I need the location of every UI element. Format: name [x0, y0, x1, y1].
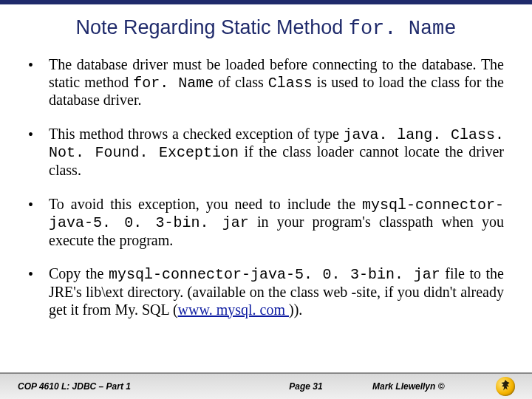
plain-text: Copy the — [49, 265, 109, 282]
link-text: www. mysql. com — [178, 301, 289, 318]
bullet-text: The database driver must be loaded befor… — [49, 56, 504, 109]
bullet-item: •Copy the mysql-connector-java-5. 0. 3-b… — [28, 265, 504, 318]
footer-logo-wrap — [479, 377, 532, 396]
bullet-text: Copy the mysql-connector-java-5. 0. 3-bi… — [49, 265, 504, 318]
bullet-marker: • — [28, 196, 49, 250]
bullet-list: •The database driver must be loaded befo… — [28, 56, 504, 318]
slide-title: Note Regarding Static Method for. Name — [28, 16, 504, 40]
ucf-pegasus-icon — [496, 377, 515, 396]
footer-left: COP 4610 L: JDBC – Part 1 — [0, 381, 239, 392]
bullet-marker: • — [28, 56, 49, 109]
bullet-text: This method throws a checked exception o… — [49, 126, 504, 180]
title-text: Note Regarding Static Method — [75, 16, 348, 38]
code-text: mysql-connector-java-5. 0. 3-bin. jar — [109, 266, 440, 283]
bullet-item: •To avoid this exception, you need to in… — [28, 196, 504, 250]
slide-body: Note Regarding Static Method for. Name •… — [0, 4, 532, 318]
bullet-item: •This method throws a checked exception … — [28, 126, 504, 180]
bullet-text: To avoid this exception, you need to inc… — [49, 196, 504, 250]
code-text: for. Name — [133, 75, 214, 92]
footer-bar: COP 4610 L: JDBC – Part 1 Page 31 Mark L… — [0, 372, 532, 399]
footer-page: Page 31 — [239, 381, 372, 392]
plain-text: of class — [214, 74, 268, 90]
code-text: Class — [268, 75, 313, 92]
bullet-marker: • — [28, 265, 49, 318]
bullet-item: •The database driver must be loaded befo… — [28, 56, 504, 109]
plain-text: )). — [289, 301, 302, 318]
plain-text: To avoid this exception, you need to inc… — [49, 196, 362, 212]
bullet-marker: • — [28, 126, 49, 180]
plain-text: This method throws a checked exception o… — [49, 126, 344, 142]
footer-author: Mark Llewellyn © — [372, 381, 479, 392]
title-code: for. Name — [349, 18, 457, 40]
